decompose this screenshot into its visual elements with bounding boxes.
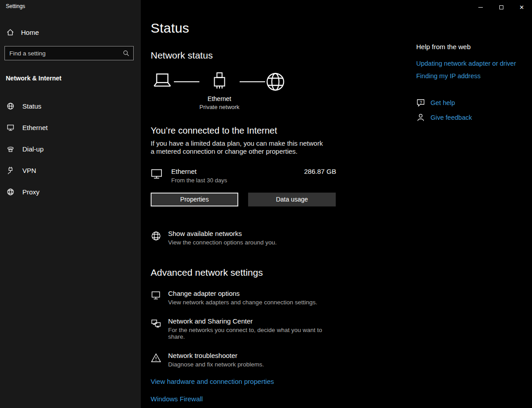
help-column: Help from the web Updating network adapt… xyxy=(416,43,532,122)
network-diagram: Ethernet Private network xyxy=(151,72,336,110)
minimize-button[interactable] xyxy=(470,0,491,14)
sidebar-item-dialup[interactable]: Dial-up xyxy=(0,138,141,160)
adv-item-desc: Diagnose and fix network problems. xyxy=(168,361,264,368)
vpn-plug-icon xyxy=(6,166,15,175)
nav-label: Ethernet xyxy=(22,124,48,131)
feedback-person-icon xyxy=(416,113,425,122)
nav-label: Status xyxy=(22,102,42,110)
proxy-globe-icon xyxy=(6,188,15,196)
data-usage-value: 286.87 GB xyxy=(304,168,336,175)
properties-button[interactable]: Properties xyxy=(151,193,238,206)
small-globe-icon xyxy=(151,231,161,241)
get-help-chat-icon: ? xyxy=(416,98,425,107)
window-controls: ✕ xyxy=(470,0,532,14)
diagram-internet-node xyxy=(265,72,286,92)
sidebar: Settings Home Network & Internet xyxy=(0,0,141,408)
show-available-networks[interactable]: Show available networks View the connect… xyxy=(151,230,336,246)
ethernet-icon xyxy=(6,123,15,132)
dialup-phone-icon xyxy=(6,145,15,153)
search-box xyxy=(4,46,134,60)
diagram-network-label: Private network xyxy=(199,104,240,110)
sharing-center-icon xyxy=(151,318,161,329)
window-title: Settings xyxy=(6,3,25,9)
ethernet-device-icon xyxy=(211,72,228,91)
adv-item-desc: For the networks you connect to, decide … xyxy=(168,327,336,340)
change-adapter-options[interactable]: Change adapter options View network adap… xyxy=(151,290,336,306)
show-networks-desc: View the connection options around you. xyxy=(168,239,277,246)
hardware-properties-link[interactable]: View hardware and connection properties xyxy=(151,378,336,385)
help-link-adapter-driver[interactable]: Updating network adapter or driver xyxy=(416,59,532,68)
diagram-connector-line xyxy=(240,81,265,82)
sidebar-section-title: Network & Internet xyxy=(0,75,141,82)
monitor-icon xyxy=(151,168,164,180)
globe-icon xyxy=(265,72,286,92)
adv-item-desc: View network adapters and change connect… xyxy=(168,299,317,306)
connected-heading: You’re connected to the Internet xyxy=(151,126,336,136)
close-button[interactable]: ✕ xyxy=(511,0,532,14)
nav-label: VPN xyxy=(22,167,36,174)
page-title: Status xyxy=(151,21,532,36)
adapter-monitor-icon xyxy=(151,290,161,301)
show-networks-title: Show available networks xyxy=(168,230,277,237)
help-heading: Help from the web xyxy=(416,43,532,50)
action-buttons: Properties Data usage xyxy=(151,193,336,206)
sidebar-item-vpn[interactable]: VPN xyxy=(0,160,141,181)
diagram-device-label: Ethernet xyxy=(207,95,231,102)
minimize-icon xyxy=(478,7,483,8)
sidebar-item-ethernet[interactable]: Ethernet xyxy=(0,117,141,138)
diagram-connector-line xyxy=(174,81,199,82)
network-troubleshooter[interactable]: Network troubleshooter Diagnose and fix … xyxy=(151,352,336,368)
maximize-button[interactable] xyxy=(491,0,511,14)
sidebar-item-status[interactable]: Status xyxy=(0,95,141,117)
ethernet-name: Ethernet xyxy=(171,168,227,175)
ethernet-usage-row: Ethernet From the last 30 days 286.87 GB xyxy=(151,168,336,184)
help-link-ip-address[interactable]: Finding my IP address xyxy=(416,72,532,81)
home-icon xyxy=(6,28,14,36)
main-pane: ✕ Status Network status xyxy=(141,0,532,408)
laptop-icon xyxy=(151,72,174,90)
give-feedback-row[interactable]: Give feedback xyxy=(416,113,532,122)
maximize-icon xyxy=(499,5,503,9)
get-help-row[interactable]: ? Get help xyxy=(416,98,532,107)
sidebar-item-proxy[interactable]: Proxy xyxy=(0,181,141,202)
network-status-heading: Network status xyxy=(151,50,336,61)
warning-triangle-icon xyxy=(151,353,161,363)
footer-links: View hardware and connection properties … xyxy=(151,378,336,408)
get-help-link[interactable]: Get help xyxy=(431,99,455,106)
diagram-ethernet-node: Ethernet Private network xyxy=(199,72,240,110)
adv-item-title: Network and Sharing Center xyxy=(168,317,336,325)
connected-description: If you have a limited data plan, you can… xyxy=(151,139,324,156)
adv-item-title: Network troubleshooter xyxy=(168,352,264,359)
data-usage-button[interactable]: Data usage xyxy=(248,193,336,206)
advanced-settings-heading: Advanced network settings xyxy=(151,267,336,278)
nav-label: Proxy xyxy=(22,188,39,196)
status-globe-icon xyxy=(6,102,15,110)
ethernet-period: From the last 30 days xyxy=(171,177,227,184)
nav-label: Dial-up xyxy=(22,145,44,153)
settings-window: Settings Home Network & Internet xyxy=(0,0,532,408)
give-feedback-link[interactable]: Give feedback xyxy=(431,114,472,121)
sidebar-item-home[interactable]: Home xyxy=(0,24,141,40)
close-icon: ✕ xyxy=(519,4,524,11)
adv-item-title: Change adapter options xyxy=(168,290,317,297)
network-sharing-center[interactable]: Network and Sharing Center For the netwo… xyxy=(151,317,336,340)
windows-firewall-link[interactable]: Windows Firewall xyxy=(151,395,336,403)
sidebar-nav: Status Ethernet xyxy=(0,95,141,202)
home-label: Home xyxy=(21,29,39,36)
search-input[interactable] xyxy=(9,50,122,57)
search-icon[interactable] xyxy=(122,50,130,57)
svg-text:?: ? xyxy=(420,100,422,105)
diagram-pc-node xyxy=(151,72,174,90)
